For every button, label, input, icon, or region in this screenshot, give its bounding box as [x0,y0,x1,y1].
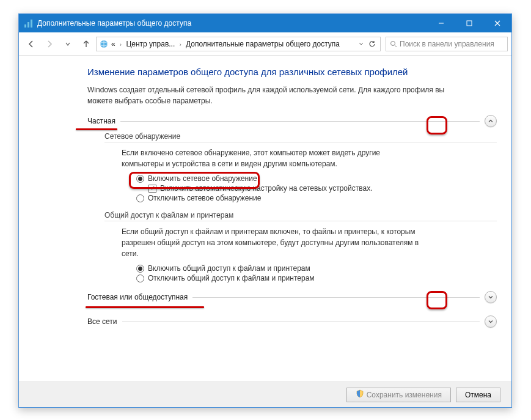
section-guest[interactable]: Гостевая или общедоступная [87,291,497,303]
subsection-network-discovery: Сетевое обнаружение [104,132,497,142]
page-intro: Windows создает отдельный сетевой профил… [87,84,448,106]
svg-point-10 [391,41,395,45]
maximize-button[interactable] [455,14,483,32]
window-frame: Дополнительные параметры общего доступа … [18,13,512,408]
radio-icon [136,274,144,282]
collapse-button-private[interactable] [485,115,497,127]
subsection-file-sharing: Общий доступ к файлам и принтерам [104,211,497,221]
network-center-icon [24,18,34,28]
titlebar[interactable]: Дополнительные параметры общего доступа [19,14,511,32]
save-button-label: Сохранить изменения [367,391,442,399]
radio-fileshare-off-label: Отключить общий доступ к файлам и принте… [148,274,315,282]
section-private[interactable]: Частная [87,115,497,127]
back-button[interactable] [23,35,40,53]
radio-icon [136,194,144,202]
radio-fileshare-off[interactable]: Отключить общий доступ к файлам и принте… [104,274,497,282]
svg-rect-2 [31,20,32,28]
checkbox-auto-setup[interactable]: Включить автоматическую настройку на сет… [104,184,497,193]
radio-netdisc-on-label: Включить сетевое обнаружение [148,174,257,183]
window-title: Дополнительные параметры общего доступа [37,19,427,28]
expand-button-all[interactable] [485,315,497,328]
svg-rect-1 [27,22,29,28]
breadcrumb-1[interactable]: Центр управ... [126,40,175,48]
checkbox-icon [148,185,156,193]
up-button[interactable] [78,35,95,53]
search-placeholder: Поиск в панели управления [400,40,494,48]
section-guest-label: Гостевая или общедоступная [87,293,188,301]
checkbox-auto-label: Включить автоматическую настройку на сет… [160,184,373,193]
toolbar: « › Центр управ... › Дополнительные пара… [19,32,511,56]
chevron-down-icon [488,294,494,300]
fileshare-description: Если общий доступ к файлам и принтерам в… [104,226,422,259]
breadcrumb: « › Центр управ... › Дополнительные пара… [111,40,356,48]
netdisc-description: Если включено сетевое обнаружение, этот … [104,147,422,169]
radio-netdisc-off-label: Отключить сетевое обнаружение [148,194,261,202]
radio-fileshare-on[interactable]: Включить общий доступ к файлам и принтер… [104,264,497,273]
chevron-up-icon [488,118,494,124]
content-area: Изменение параметров общего доступа для … [19,56,511,381]
radio-fileshare-on-label: Включить общий доступ к файлам и принтер… [148,264,310,273]
refresh-button[interactable] [367,37,378,51]
search-input[interactable]: Поиск в панели управления [386,37,508,51]
radio-netdisc-off[interactable]: Отключить сетевое обнаружение [104,194,497,202]
minimize-button[interactable] [427,14,455,32]
cancel-button-label: Отмена [465,391,491,399]
shield-icon [356,389,364,400]
forward-button[interactable] [41,35,58,53]
radio-netdisc-on[interactable]: Включить сетевое обнаружение [104,174,497,183]
cancel-button[interactable]: Отмена [456,388,500,402]
breadcrumb-2[interactable]: Дополнительные параметры общего доступа [186,40,340,48]
svg-rect-4 [467,21,472,26]
section-all-label: Все сети [87,317,117,326]
svg-rect-0 [24,24,26,28]
section-all[interactable]: Все сети [87,315,497,328]
recent-dropdown[interactable] [59,35,76,53]
save-button[interactable]: Сохранить изменения [346,388,451,402]
page-heading: Изменение параметров общего доступа для … [87,67,497,77]
search-icon [390,40,397,48]
radio-icon [136,175,144,183]
button-bar: Сохранить изменения Отмена [19,381,511,407]
expand-button-guest[interactable] [485,291,497,303]
section-private-label: Частная [87,117,115,125]
chevron-down-icon [488,319,494,325]
radio-icon [136,265,144,273]
svg-line-11 [395,45,397,47]
address-dropdown[interactable] [356,37,367,51]
network-icon [99,39,109,49]
address-bar[interactable]: « › Центр управ... › Дополнительные пара… [96,37,381,51]
close-button[interactable] [483,14,511,32]
